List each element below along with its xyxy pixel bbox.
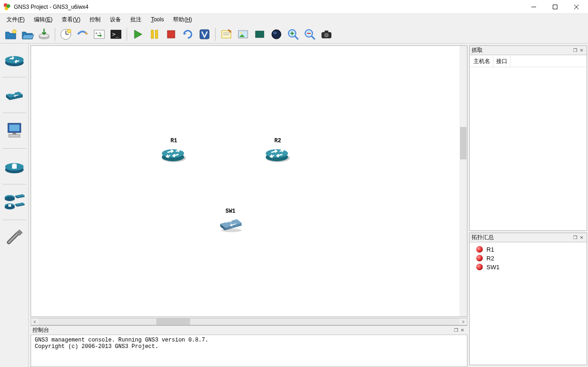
palette-host[interactable] bbox=[3, 120, 26, 141]
close-icon[interactable]: ✕ bbox=[459, 328, 466, 333]
svg-point-37 bbox=[325, 33, 328, 37]
palette-separator bbox=[3, 184, 26, 184]
palette-link[interactable] bbox=[3, 228, 26, 248]
menu-device[interactable]: 设备 bbox=[105, 14, 126, 25]
svg-point-48 bbox=[5, 196, 15, 201]
stop-all-button[interactable] bbox=[163, 26, 179, 42]
status-led-icon bbox=[476, 246, 483, 253]
svg-point-4 bbox=[13, 30, 16, 33]
toolbar-separator bbox=[215, 28, 216, 41]
menu-help[interactable]: 帮助(H) bbox=[168, 14, 197, 25]
svg-rect-42 bbox=[13, 133, 16, 134]
svg-rect-46 bbox=[12, 164, 17, 169]
reload-all-button[interactable] bbox=[180, 26, 196, 42]
scroll-left-icon[interactable]: < bbox=[31, 319, 38, 324]
menu-edit[interactable]: 编辑(E) bbox=[29, 14, 57, 25]
svg-point-24 bbox=[240, 32, 242, 34]
topology-item-r2[interactable]: R2 bbox=[474, 254, 582, 263]
node-r2[interactable]: R2 bbox=[265, 138, 291, 165]
menu-control[interactable]: 控制 bbox=[85, 14, 105, 25]
menu-view[interactable]: 查看(V) bbox=[57, 14, 85, 25]
close-button[interactable] bbox=[566, 0, 587, 14]
screenshot-button[interactable] bbox=[319, 26, 334, 42]
main-area: R1 R2 bbox=[0, 44, 588, 367]
console-output[interactable]: GNS3 management console. Running GNS3 ve… bbox=[31, 335, 467, 367]
node-label: SW1 bbox=[217, 208, 244, 215]
window-title: GNS3 Project - GNS3_u6iwx4 bbox=[14, 4, 523, 10]
snapshot-button[interactable] bbox=[58, 26, 74, 42]
ellipse-button[interactable] bbox=[268, 26, 284, 42]
router-icon bbox=[161, 145, 187, 163]
virtualbox-button[interactable] bbox=[197, 26, 212, 42]
palette-security[interactable] bbox=[3, 156, 26, 177]
new-project-button[interactable] bbox=[3, 26, 19, 42]
vertical-scrollbar[interactable] bbox=[460, 46, 467, 316]
console-button[interactable]: >_ bbox=[108, 26, 124, 42]
svg-rect-1 bbox=[553, 5, 557, 9]
palette-router[interactable] bbox=[3, 49, 26, 70]
svg-point-26 bbox=[272, 30, 281, 39]
symbol-manager-button[interactable]: ab bbox=[91, 26, 107, 42]
console-panel: 控制台 ❐ ✕ GNS3 management console. Running… bbox=[31, 325, 467, 367]
svg-text:b: b bbox=[99, 32, 101, 35]
console-header: 控制台 ❐ ✕ bbox=[31, 326, 467, 335]
topology-item-label: R1 bbox=[486, 246, 494, 253]
status-led-icon bbox=[476, 264, 483, 270]
svg-rect-36 bbox=[325, 31, 328, 33]
topology-item-label: SW1 bbox=[486, 264, 499, 271]
svg-point-59 bbox=[221, 228, 242, 232]
undock-icon[interactable]: ❐ bbox=[572, 235, 578, 240]
export-button[interactable] bbox=[75, 26, 90, 42]
undock-icon[interactable]: ❐ bbox=[453, 328, 459, 333]
node-label: R2 bbox=[265, 138, 291, 144]
minimize-button[interactable] bbox=[523, 0, 544, 14]
start-all-button[interactable] bbox=[130, 26, 146, 42]
add-note-button[interactable] bbox=[218, 26, 234, 42]
capture-col-host[interactable]: 主机名 bbox=[471, 56, 493, 67]
svg-rect-51 bbox=[8, 204, 11, 207]
svg-rect-17 bbox=[155, 30, 158, 38]
palette-separator bbox=[3, 113, 26, 113]
palette-switch[interactable] bbox=[3, 85, 26, 105]
scroll-right-icon[interactable]: > bbox=[460, 319, 467, 324]
close-icon[interactable]: ✕ bbox=[578, 48, 585, 53]
open-project-button[interactable] bbox=[19, 26, 35, 42]
topology-item-sw1[interactable]: SW1 bbox=[474, 263, 582, 272]
pause-all-button[interactable] bbox=[147, 26, 162, 42]
undock-icon[interactable]: ❐ bbox=[572, 48, 578, 53]
svg-rect-16 bbox=[151, 30, 153, 38]
svg-line-33 bbox=[312, 36, 315, 39]
node-r1[interactable]: R1 bbox=[161, 138, 187, 165]
maximize-button[interactable] bbox=[544, 0, 566, 14]
console-title: 控制台 bbox=[32, 326, 453, 334]
right-column: 抓取 ❐ ✕ 主机名 接口 拓扑汇总 ❐ ✕ R bbox=[469, 44, 588, 367]
topology-item-r1[interactable]: R1 bbox=[474, 245, 582, 254]
toolbar-separator bbox=[55, 28, 55, 41]
palette-separator bbox=[3, 148, 26, 149]
node-sw1[interactable]: SW1 bbox=[217, 208, 244, 235]
palette-all-devices[interactable] bbox=[3, 192, 26, 212]
capture-col-interface[interactable]: 接口 bbox=[493, 56, 511, 67]
palette-separator bbox=[3, 77, 26, 77]
horizontal-scrollbar[interactable]: < > bbox=[31, 318, 467, 325]
menu-annotate[interactable]: 批注 bbox=[126, 14, 146, 25]
center-column: R1 R2 bbox=[29, 44, 469, 367]
rectangle-button[interactable] bbox=[252, 26, 268, 42]
zoom-in-button[interactable] bbox=[285, 26, 301, 42]
close-icon[interactable]: ✕ bbox=[578, 235, 585, 240]
node-label: R1 bbox=[161, 138, 187, 144]
svg-point-27 bbox=[273, 32, 277, 34]
title-bar: GNS3 Project - GNS3_u6iwx4 bbox=[0, 0, 588, 14]
svg-point-10 bbox=[67, 29, 71, 33]
save-project-button[interactable] bbox=[36, 26, 52, 42]
svg-rect-43 bbox=[9, 134, 20, 137]
menu-file[interactable]: 文件(F) bbox=[2, 14, 29, 25]
insert-image-button[interactable] bbox=[235, 26, 251, 42]
zoom-out-button[interactable] bbox=[302, 26, 318, 42]
svg-rect-25 bbox=[256, 31, 264, 38]
menu-tools[interactable]: Tools bbox=[146, 15, 168, 24]
device-palette bbox=[0, 44, 29, 367]
capture-table-header: 主机名 接口 bbox=[471, 56, 586, 67]
topology-canvas[interactable]: R1 R2 bbox=[31, 45, 467, 317]
app-icon bbox=[4, 3, 11, 11]
